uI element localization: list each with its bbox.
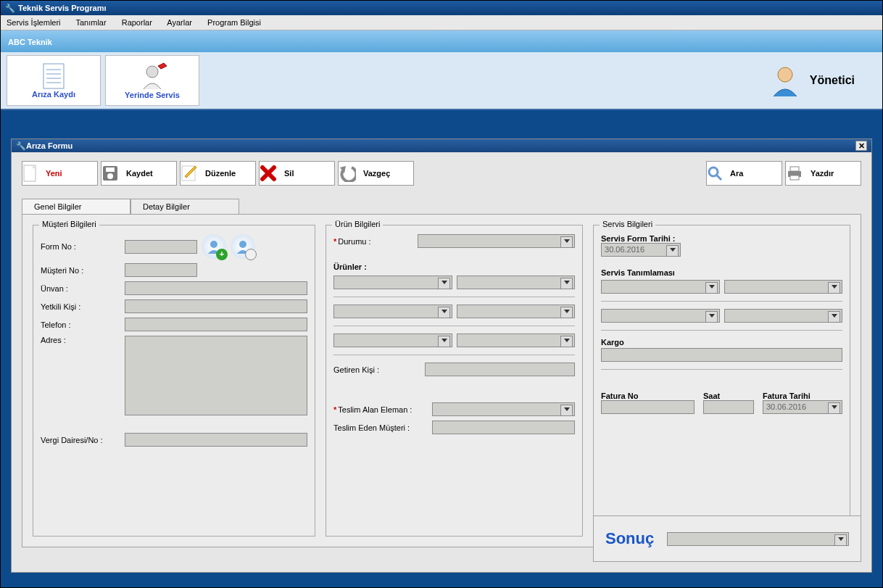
close-icon[interactable]: ✕ xyxy=(855,141,867,151)
add-customer-button[interactable]: + xyxy=(202,234,226,259)
yetkili-label: Yetkili Kişi : xyxy=(41,302,120,311)
menubar: Servis İşlemleri Tanımlar Raporlar Ayarl… xyxy=(1,15,882,30)
saat-label: Saat xyxy=(703,392,754,400)
sil-button[interactable]: Sil xyxy=(259,161,335,186)
urun-combo-2a[interactable] xyxy=(333,305,452,318)
ariza-label: Arıza Kaydı xyxy=(32,90,75,99)
tanimlama-combo-2b[interactable] xyxy=(724,309,843,323)
svg-point-6 xyxy=(778,67,792,82)
wrench-small-icon: 🔧 xyxy=(16,141,26,151)
document-icon xyxy=(39,62,68,90)
durumu-combo[interactable] xyxy=(418,234,575,248)
fatura-tarihi-picker[interactable]: 30.06.2016 xyxy=(763,400,842,414)
yetkili-input[interactable] xyxy=(125,299,307,313)
form-no-input[interactable] xyxy=(125,240,197,254)
svg-point-14 xyxy=(709,167,718,176)
menu-raporlar[interactable]: Raporlar xyxy=(122,18,152,27)
getiren-input[interactable] xyxy=(425,363,575,376)
saat-input[interactable] xyxy=(703,400,754,414)
tab-genel[interactable]: Genel Bilgiler xyxy=(22,199,130,214)
adres-label: Adres : xyxy=(41,336,120,344)
search-icon xyxy=(707,165,723,181)
yeni-button[interactable]: Yeni xyxy=(22,161,98,186)
musteri-no-input[interactable] xyxy=(125,263,197,277)
ariza-kaydi-button[interactable]: Arıza Kaydı xyxy=(7,55,101,106)
service-group: Servis Bilgileri Servis Form Tarihi : 30… xyxy=(593,225,850,537)
kaydet-button[interactable]: Kaydet xyxy=(101,161,177,186)
getiren-label: Getiren Kişi : xyxy=(333,365,420,374)
user-area: Yönetici xyxy=(768,63,876,98)
mechanic-icon xyxy=(136,62,168,91)
svg-line-15 xyxy=(717,175,721,180)
urunler-label: Ürünler : xyxy=(333,262,575,271)
yazdir-button[interactable]: Yazdır xyxy=(785,161,861,186)
menu-ayarlar[interactable]: Ayarlar xyxy=(167,18,192,27)
sonuc-label: Sonuç xyxy=(605,529,654,548)
urun-combo-1a[interactable] xyxy=(333,276,452,289)
sonuc-panel: Sonuç xyxy=(593,515,861,562)
durumu-label: *Durumu : xyxy=(333,237,413,246)
musteri-no-label: Müşteri No : xyxy=(41,266,120,275)
edit-icon xyxy=(181,165,198,182)
yerinde-servis-button[interactable]: Yerinde Servis xyxy=(105,55,199,106)
new-doc-icon xyxy=(22,165,38,182)
svg-point-11 xyxy=(107,173,113,179)
magnifier-icon xyxy=(245,249,257,260)
telefon-label: Telefon : xyxy=(41,320,120,329)
unvan-input[interactable] xyxy=(125,281,307,295)
ribbon: Arıza Kaydı Yerinde Servis Yönetici xyxy=(1,52,882,110)
tab-content: Müşteri Bilgileri Form No : + Müşteri No… xyxy=(22,214,861,547)
yerinde-label: Yerinde Servis xyxy=(125,91,180,99)
form-title: Arıza Formu xyxy=(26,141,72,150)
company-name: ABC Teknik xyxy=(8,38,52,46)
menu-program-bilgisi[interactable]: Program Bilgisi xyxy=(207,18,261,27)
ariza-form-window: 🔧 Arıza Formu ✕ Yeni Kaydet Düzenle xyxy=(11,138,872,573)
form-toolbar: Yeni Kaydet Düzenle Sil Vazgeç xyxy=(22,161,861,186)
company-banner: ABC Teknik xyxy=(1,30,882,52)
customer-legend: Müşteri Bilgileri xyxy=(39,220,99,228)
titlebar: 🔧 Teknik Servis Programı xyxy=(1,1,882,15)
service-legend: Servis Bilgileri xyxy=(600,220,655,228)
duzenle-button[interactable]: Düzenle xyxy=(180,161,256,186)
teslim-alan-combo[interactable] xyxy=(432,402,575,416)
form-tarihi-picker[interactable]: 30.06.2016 xyxy=(601,243,681,257)
menu-servis[interactable]: Servis İşlemleri xyxy=(7,18,61,27)
tanimlama-combo-2a[interactable] xyxy=(601,309,720,323)
vazgec-button[interactable]: Vazgeç xyxy=(338,161,414,186)
vergi-label: Vergi Dairesi/No : xyxy=(41,436,120,444)
ara-button[interactable]: Ara xyxy=(706,161,782,186)
menu-tanimlar[interactable]: Tanımlar xyxy=(75,18,106,27)
urun-combo-2b[interactable] xyxy=(457,305,576,318)
urun-combo-3a[interactable] xyxy=(333,334,452,347)
fatura-no-input[interactable] xyxy=(601,400,695,414)
svg-rect-17 xyxy=(790,167,799,171)
tanimlama-combo-1b[interactable] xyxy=(724,280,843,294)
svg-point-5 xyxy=(146,66,158,78)
product-group: Ürün Bilgileri *Durumu : Ürünler : xyxy=(326,225,583,537)
search-customer-button[interactable] xyxy=(231,234,255,259)
telefon-input[interactable] xyxy=(125,318,307,331)
teslim-eden-input[interactable] xyxy=(432,421,575,434)
svg-rect-18 xyxy=(790,175,799,180)
kargo-input[interactable] xyxy=(601,348,842,362)
svg-rect-0 xyxy=(43,64,64,88)
fatura-no-label: Fatura No xyxy=(601,392,695,400)
print-icon xyxy=(786,165,803,181)
user-avatar-icon xyxy=(768,63,803,98)
window-title: Teknik Servis Programı xyxy=(18,4,106,12)
svg-point-20 xyxy=(239,241,246,248)
unvan-label: Ünvan : xyxy=(41,284,120,293)
tabs: Genel Bilgiler Detay Bilgiler xyxy=(22,199,861,214)
tab-detay[interactable]: Detay Bilgiler xyxy=(130,199,239,214)
adres-textarea[interactable] xyxy=(125,336,307,415)
save-icon xyxy=(101,165,119,182)
tanimlama-combo-1a[interactable] xyxy=(601,280,720,294)
urun-combo-1b[interactable] xyxy=(457,276,576,289)
app-window: 🔧 Teknik Servis Programı Servis İşlemler… xyxy=(0,0,883,588)
vergi-input[interactable] xyxy=(125,433,307,447)
sonuc-combo[interactable] xyxy=(667,532,849,546)
undo-icon xyxy=(339,165,356,182)
urun-combo-3b[interactable] xyxy=(457,334,576,347)
tanimlama-label: Servis Tanımlaması xyxy=(601,268,842,277)
teslim-eden-label: Teslim Eden Müşteri : xyxy=(333,423,428,432)
